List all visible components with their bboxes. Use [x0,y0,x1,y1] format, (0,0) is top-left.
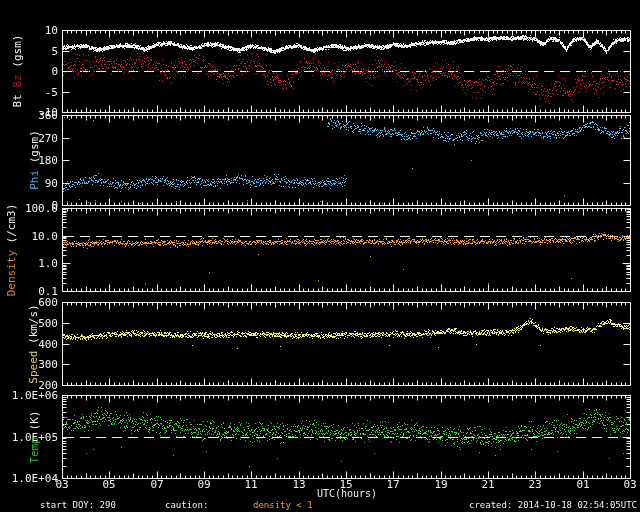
footer: start DOY: 290 caution: density < 1 crea… [0,500,640,512]
density-caution-note: density < 1 [253,500,313,510]
x-axis-title: UTC(hours) [301,488,393,499]
chart-canvas [0,0,640,512]
created-timestamp: created: 2014-10-18 02:54:05UTC [469,500,637,510]
caution-label: caution: [165,500,208,510]
ace-rtsw-plot: ACE RTSW (Estimated) MAG & SWEPAM Begin:… [0,0,640,512]
start-doy-label: start DOY: 290 [40,500,116,510]
